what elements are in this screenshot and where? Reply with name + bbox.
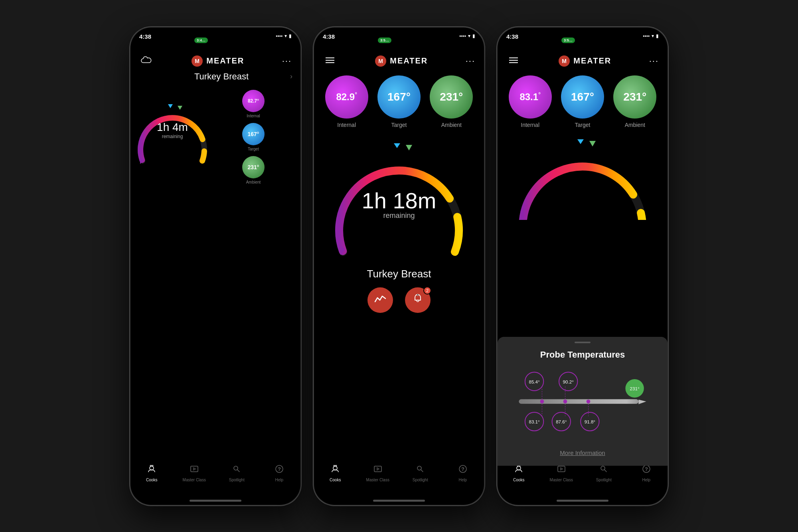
graph-button-2[interactable] bbox=[367, 287, 393, 313]
status-icons-3: ▪▪▪▪ ▾ ▮ bbox=[643, 33, 659, 39]
signal-icon-2: ▪▪▪▪ bbox=[459, 33, 466, 39]
cloud-icon-1[interactable] bbox=[139, 55, 154, 66]
dynamic-island-3: 3:5… bbox=[557, 33, 608, 47]
signal-icon-3: ▪▪▪▪ bbox=[643, 33, 650, 39]
internal-val-3: 83.1° bbox=[519, 91, 540, 103]
more-menu-2[interactable]: ··· bbox=[466, 56, 475, 66]
tab-cooks-label-2: Cooks bbox=[330, 478, 341, 482]
di-call-2: 3:5… bbox=[378, 38, 391, 43]
svg-text:83.1°: 83.1° bbox=[529, 419, 539, 424]
probe-diagram-3: 85.4° 90.2° 231° 83.1° 87.6° 91.8° bbox=[511, 370, 654, 433]
svg-text:90.2°: 90.2° bbox=[563, 379, 574, 384]
help-icon-1: ? bbox=[275, 464, 284, 476]
svg-text:M: M bbox=[379, 58, 383, 64]
spotlight-icon-1 bbox=[232, 464, 241, 476]
internal-temp-val-1: 82.7° bbox=[248, 98, 259, 104]
svg-text:M: M bbox=[562, 58, 567, 64]
tab-masterclass-2[interactable]: Master Class bbox=[357, 464, 399, 482]
ambient-label-2: Ambient bbox=[441, 122, 462, 128]
tab-help-1[interactable]: ? Help bbox=[258, 464, 301, 482]
svg-marker-3 bbox=[178, 106, 182, 110]
temp-circles-1: 82.7° Internal 167° Target 231° bbox=[210, 90, 296, 184]
svg-marker-29 bbox=[577, 139, 584, 144]
large-gauge-labels-2: 1h 18m remaining bbox=[362, 188, 437, 220]
cooks-icon-2 bbox=[330, 464, 340, 476]
svg-text:?: ? bbox=[461, 466, 464, 472]
help-icon-3: ? bbox=[642, 464, 651, 476]
target-temp-wrap-1: 167° Target bbox=[222, 123, 284, 151]
alert-button-2[interactable]: 2 bbox=[405, 287, 431, 313]
battery-icon-3: ▮ bbox=[656, 33, 659, 39]
temp-circles-large-2: 82.9° Internal 167° Target 231° Ambient bbox=[314, 71, 484, 132]
wifi-icon-3: ▾ bbox=[652, 33, 654, 39]
svg-marker-30 bbox=[589, 141, 596, 146]
signal-icon-1: ▪▪▪▪ bbox=[276, 33, 282, 39]
tab-spotlight-1[interactable]: Spotlight bbox=[215, 464, 258, 482]
more-info-link-3[interactable]: More Information bbox=[507, 449, 658, 456]
tab-masterclass-1[interactable]: Master Class bbox=[173, 464, 216, 482]
tab-spotlight-2[interactable]: Spotlight bbox=[399, 464, 442, 482]
cook-arrow-1[interactable]: › bbox=[290, 72, 292, 81]
tab-spotlight-3[interactable]: Spotlight bbox=[583, 464, 625, 482]
tab-masterclass-3[interactable]: Master Class bbox=[540, 464, 583, 482]
phone-2: 4:38 3:5… ▪▪▪▪ ▾ ▮ M bbox=[313, 27, 485, 506]
meater-logo-3: M MEATER bbox=[558, 55, 611, 67]
target-big-circle-2: 167° bbox=[377, 75, 421, 119]
home-indicator-1 bbox=[190, 500, 241, 502]
svg-text:85.4°: 85.4° bbox=[529, 379, 539, 384]
home-indicator-2 bbox=[373, 500, 425, 502]
modal-handle-3 bbox=[575, 342, 591, 343]
internal-big-circle-3: 83.1° bbox=[509, 75, 552, 119]
menu-icon-3[interactable] bbox=[506, 56, 521, 65]
internal-circle-large-2: 82.9° Internal bbox=[325, 75, 368, 128]
tab-help-2[interactable]: ? Help bbox=[442, 464, 484, 482]
tab-help-3[interactable]: ? Help bbox=[625, 464, 668, 482]
svg-rect-20 bbox=[374, 466, 381, 472]
large-remaining-2: remaining bbox=[383, 212, 415, 220]
menu-icon-2[interactable] bbox=[323, 56, 337, 65]
internal-temp-circle-1: 82.7° bbox=[242, 90, 265, 112]
ambient-temp-val-1: 231° bbox=[248, 164, 259, 170]
tab-cooks-1[interactable]: Cooks bbox=[130, 464, 173, 482]
target-label-3: Target bbox=[575, 122, 591, 128]
bell-icon-2 bbox=[413, 293, 423, 307]
svg-rect-55 bbox=[558, 466, 565, 472]
wifi-icon-1: ▾ bbox=[284, 33, 287, 39]
spotlight-icon-3 bbox=[599, 464, 608, 476]
ambient-label-1: Ambient bbox=[246, 180, 261, 184]
cooks-icon-3 bbox=[514, 464, 523, 476]
more-menu-1[interactable]: ··· bbox=[282, 56, 292, 66]
target-label-1: Target bbox=[248, 147, 259, 151]
status-bar-3: 4:38 3:5… ▪▪▪▪ ▾ ▮ bbox=[498, 28, 668, 51]
masterclass-icon-3 bbox=[557, 464, 566, 476]
tab-cooks-3[interactable]: Cooks bbox=[498, 464, 540, 482]
target-temp-val-1: 167° bbox=[248, 131, 259, 137]
ambient-temp-circle-1: 231° bbox=[242, 156, 265, 178]
bottom-tabs-1: Cooks Master Class Spotl bbox=[130, 461, 300, 493]
internal-label-1: Internal bbox=[247, 114, 260, 118]
internal-big-circle-2: 82.9° bbox=[325, 75, 368, 119]
tab-masterclass-label-2: Master Class bbox=[366, 478, 389, 482]
target-circle-large-3: 167° Target bbox=[561, 75, 604, 128]
meater-text-2: MEATER bbox=[390, 56, 428, 65]
status-bar-2: 4:38 3:5… ▪▪▪▪ ▾ ▮ bbox=[314, 28, 484, 51]
cooks-icon-1 bbox=[147, 464, 156, 476]
svg-point-35 bbox=[563, 399, 567, 403]
phone3-content: 83.1° Internal 167° Target 231° Ambient bbox=[498, 71, 668, 220]
cook-info-row-1: Turkey Breast › bbox=[130, 71, 300, 82]
ambient-big-circle-2: 231° bbox=[430, 75, 473, 119]
ambient-label-3: Ambient bbox=[625, 122, 645, 128]
remaining-label-1: remaining bbox=[134, 134, 210, 139]
time-remaining-1: 1h 4m bbox=[134, 121, 210, 134]
internal-val-2: 82.9° bbox=[336, 91, 357, 103]
more-menu-3[interactable]: ··· bbox=[649, 56, 659, 66]
svg-text:91.8°: 91.8° bbox=[585, 419, 595, 424]
probe-temps-modal[interactable]: Probe Temperatures bbox=[498, 337, 668, 466]
svg-text:?: ? bbox=[278, 466, 281, 472]
di-call-1: 3:4… bbox=[194, 38, 208, 43]
internal-temp-wrap-1: 82.7° Internal bbox=[222, 90, 284, 118]
tab-cooks-label-1: Cooks bbox=[146, 478, 157, 482]
tab-cooks-2[interactable]: Cooks bbox=[314, 464, 357, 482]
phone-1: 4:38 3:4… ▪▪▪▪ ▾ ▮ M MEATER bbox=[130, 27, 301, 506]
large-gauge-container-2: 1h 18m remaining bbox=[314, 132, 484, 276]
